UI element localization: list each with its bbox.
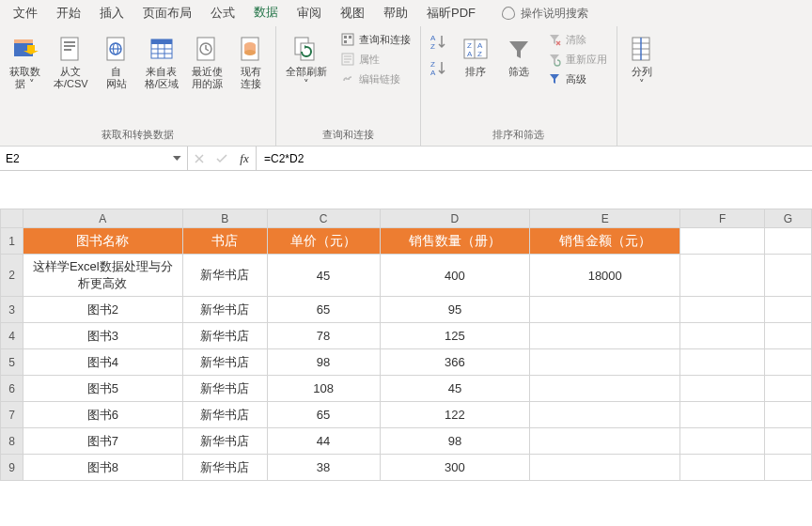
row-header-8[interactable]: 8 <box>1 428 23 455</box>
cell[interactable] <box>680 297 765 323</box>
name-box-input[interactable] <box>6 152 173 165</box>
queries-connections-button[interactable]: 查询和连接 <box>335 30 416 49</box>
cell[interactable] <box>680 402 765 428</box>
cell[interactable]: 400 <box>380 255 530 297</box>
tab-help[interactable]: 帮助 <box>374 0 417 27</box>
col-header-D[interactable]: D <box>380 209 530 228</box>
cell[interactable] <box>530 349 680 376</box>
filter-button[interactable]: 筛选 <box>498 30 539 78</box>
cell[interactable]: 78 <box>267 323 380 349</box>
row-header-6[interactable]: 6 <box>1 376 23 402</box>
cell[interactable]: 44 <box>267 428 380 455</box>
sort-button[interactable]: ZAAZ 排序 <box>455 30 496 78</box>
cell[interactable]: 366 <box>380 349 530 376</box>
col-header-E[interactable]: E <box>530 209 680 228</box>
cell[interactable] <box>765 323 812 349</box>
cell[interactable] <box>765 255 812 297</box>
cell[interactable]: 45 <box>267 255 380 297</box>
tab-file[interactable]: 文件 <box>4 0 47 27</box>
existing-connections-button[interactable]: 现有 连接 <box>230 30 272 90</box>
cell[interactable]: 300 <box>380 455 530 481</box>
col-header-A[interactable]: A <box>23 209 182 228</box>
cell[interactable]: 新华书店 <box>182 402 267 428</box>
col-header-G[interactable]: G <box>765 209 812 228</box>
table-header-cell[interactable]: 书店 <box>182 228 267 255</box>
tab-review[interactable]: 审阅 <box>288 0 331 27</box>
sort-desc-button[interactable]: ZA <box>425 56 453 81</box>
row-header-1[interactable]: 1 <box>1 228 23 255</box>
cell[interactable]: 65 <box>267 297 380 323</box>
cell[interactable] <box>530 402 680 428</box>
cell[interactable]: 18000 <box>530 255 680 297</box>
cell[interactable] <box>530 297 680 323</box>
cell[interactable] <box>765 428 812 455</box>
cell[interactable] <box>530 376 680 402</box>
row-header-3[interactable]: 3 <box>1 297 23 323</box>
cell[interactable] <box>680 323 765 349</box>
tab-home[interactable]: 开始 <box>47 0 90 27</box>
cell[interactable]: 98 <box>380 428 530 455</box>
get-data-button[interactable]: 获取数 据 ˅ <box>4 30 46 90</box>
col-header-F[interactable]: F <box>680 209 765 228</box>
cell[interactable]: 45 <box>380 376 530 402</box>
insert-function-button[interactable]: fx <box>233 147 256 170</box>
row-header-7[interactable]: 7 <box>1 402 23 428</box>
tab-view[interactable]: 视图 <box>331 0 374 27</box>
from-web-button[interactable]: 自 网站 <box>96 30 137 90</box>
cell[interactable]: 新华书店 <box>182 323 267 349</box>
cell[interactable]: 65 <box>267 402 380 428</box>
cell[interactable] <box>765 228 812 255</box>
cell[interactable]: 新华书店 <box>182 376 267 402</box>
cell[interactable]: 95 <box>380 297 530 323</box>
cell[interactable]: 图书5 <box>23 376 182 402</box>
from-text-csv-button[interactable]: 从文 本/CSV <box>48 30 94 90</box>
tab-foxit[interactable]: 福昕PDF <box>417 0 485 27</box>
cell[interactable]: 125 <box>380 323 530 349</box>
cell[interactable]: 图书8 <box>23 455 182 481</box>
cell[interactable] <box>530 455 680 481</box>
cell[interactable]: 新华书店 <box>182 297 267 323</box>
cell[interactable] <box>680 455 765 481</box>
cell[interactable] <box>680 255 765 297</box>
sort-asc-button[interactable]: AZ <box>425 30 453 54</box>
cell[interactable] <box>765 402 812 428</box>
row-header-5[interactable]: 5 <box>1 349 23 376</box>
tab-data[interactable]: 数据 <box>244 0 288 29</box>
cell[interactable]: 新华书店 <box>182 455 267 481</box>
row-header-9[interactable]: 9 <box>1 455 23 481</box>
recent-sources-button[interactable]: 最近使 用的源 <box>186 30 228 90</box>
col-header-C[interactable]: C <box>267 209 380 228</box>
cell[interactable] <box>680 376 765 402</box>
cell[interactable] <box>765 297 812 323</box>
advanced-filter-button[interactable]: 高级 <box>541 70 613 88</box>
cell[interactable]: 图书6 <box>23 402 182 428</box>
table-header-cell[interactable]: 图书名称 <box>23 228 182 255</box>
formula-input[interactable] <box>257 147 812 170</box>
table-header-cell[interactable]: 销售数量（册） <box>380 228 530 255</box>
cell[interactable] <box>765 376 812 402</box>
table-header-cell[interactable]: 销售金额（元） <box>530 228 680 255</box>
tell-me-search[interactable]: 操作说明搜索 <box>502 6 588 22</box>
row-header-2[interactable]: 2 <box>1 255 23 297</box>
spreadsheet-grid[interactable]: ABCDEFG1图书名称书店单价（元）销售数量（册）销售金额（元）2这样学Exc… <box>0 209 812 526</box>
name-box-dropdown-icon[interactable] <box>173 156 181 161</box>
row-header-4[interactable]: 4 <box>1 323 23 349</box>
cell[interactable]: 新华书店 <box>182 255 267 297</box>
table-header-cell[interactable]: 单价（元） <box>267 228 380 255</box>
cell[interactable]: 38 <box>267 455 380 481</box>
name-box[interactable] <box>0 147 188 170</box>
cell[interactable] <box>680 228 765 255</box>
cell[interactable]: 图书3 <box>23 323 182 349</box>
cell[interactable] <box>680 428 765 455</box>
cell[interactable] <box>765 455 812 481</box>
tab-formulas[interactable]: 公式 <box>201 0 244 27</box>
cell[interactable]: 122 <box>380 402 530 428</box>
select-all-corner[interactable] <box>1 209 23 228</box>
refresh-all-button[interactable]: 全部刷新 ˅ <box>280 30 333 90</box>
col-header-B[interactable]: B <box>182 209 267 228</box>
cell[interactable]: 图书2 <box>23 297 182 323</box>
cell[interactable] <box>680 349 765 376</box>
cell[interactable]: 108 <box>267 376 380 402</box>
cell[interactable] <box>765 349 812 376</box>
cell[interactable]: 图书7 <box>23 428 182 455</box>
